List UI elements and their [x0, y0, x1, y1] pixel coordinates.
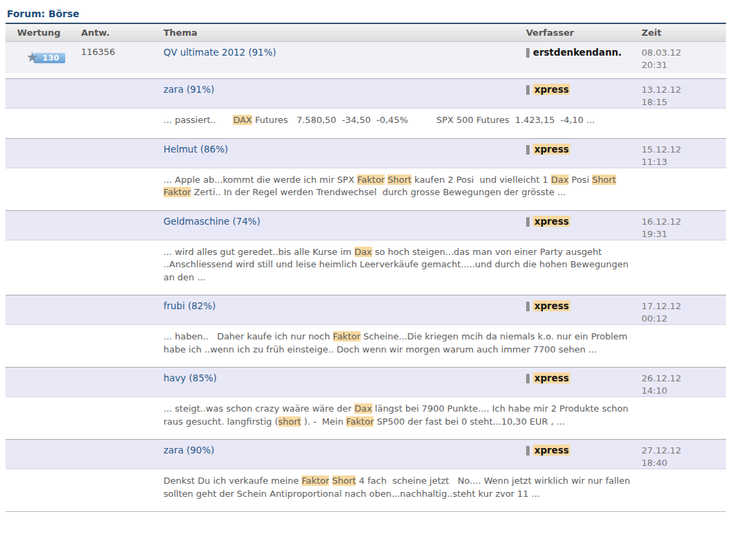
snippet-row: ... passiert.. DAX Futures 7.580,50 -34,…	[5, 109, 726, 138]
snippet-text: Futures 7.580,50 -34,50 -0,45% SPX 500 F…	[252, 115, 595, 125]
user-presence-icon	[526, 302, 530, 311]
topic-cell: Helmut (86%)	[158, 139, 521, 168]
post-date: 17.12.12	[642, 300, 726, 313]
highlighted-search-term: Short	[387, 175, 411, 185]
topic-link[interactable]: Geldmaschine (74%)	[163, 216, 260, 227]
timestamp-cell: 26.12.1214:10	[636, 368, 726, 396]
user-presence-icon	[526, 48, 530, 58]
author-link[interactable]: xpress	[533, 445, 570, 456]
topic-link[interactable]: zara (91%)	[163, 84, 214, 95]
post-result: Helmut (86%)xpress15.12.1211:13... Apple…	[5, 138, 726, 210]
page-title: Forum: Börse	[7, 8, 732, 19]
timestamp-cell: 13.12.1218:15	[636, 79, 726, 108]
topic-cell: Geldmaschine (74%)	[158, 211, 521, 240]
rating-cell	[5, 139, 76, 168]
post-date: 27.12.12	[642, 445, 726, 457]
thread-result: ★130116356QV ultimate 2012 (91%)erstdenk…	[5, 42, 726, 74]
author-cell: xpress	[521, 295, 636, 324]
table-row: zara (90%)xpress27.12.1218:40	[5, 439, 726, 469]
highlighted-search-term: Faktor	[346, 416, 374, 427]
snippet-text	[329, 475, 332, 486]
post-date: 15.12.12	[642, 144, 726, 156]
topic-cell: havy (85%)	[158, 368, 521, 396]
answers-count	[76, 440, 158, 469]
author-cell: xpress	[521, 139, 636, 168]
answers-count: 116356	[76, 42, 158, 74]
author-link[interactable]: erstdenkendann.	[533, 47, 622, 58]
highlighted-search-term: Dax	[354, 403, 372, 414]
table-row: ★130116356QV ultimate 2012 (91%)erstdenk…	[5, 42, 726, 74]
author-link[interactable]: xpress	[533, 144, 570, 155]
topic-link[interactable]: frubi (82%)	[163, 300, 216, 311]
highlighted-search-term: Short	[592, 175, 616, 185]
highlighted-search-term: Short	[332, 475, 356, 486]
post-snippet: ... wird alles gut geredet..bis alle Kur…	[163, 246, 639, 284]
highlighted-search-term: Dax	[354, 247, 372, 257]
rating-cell	[5, 440, 76, 469]
topic-cell: QV ultimate 2012 (91%)	[158, 42, 521, 74]
highlighted-search-term: short	[278, 416, 301, 427]
topic-link[interactable]: zara (90%)	[163, 445, 214, 456]
user-presence-icon	[526, 85, 530, 95]
highlighted-search-term: Faktor	[163, 187, 191, 197]
snippet-text: ). - Mein	[301, 416, 346, 427]
topic-link[interactable]: Helmut (86%)	[163, 144, 228, 155]
author-cell: erstdenkendann.	[521, 42, 636, 74]
snippet-text	[616, 175, 619, 185]
author-link[interactable]: xpress	[533, 84, 570, 95]
snippet-row: ... haben.. Daher kaufe ich nur noch Fak…	[5, 325, 726, 367]
post-snippet: ... passiert.. DAX Futures 7.580,50 -34,…	[163, 114, 639, 127]
answers-count	[76, 211, 158, 240]
post-result: zara (90%)xpress27.12.1218:40Denkst Du i…	[5, 439, 726, 512]
column-header-wertung: Wertung	[5, 27, 76, 38]
topic-link[interactable]: havy (85%)	[163, 372, 217, 383]
timestamp-cell: 16.12.1219:31	[636, 211, 726, 240]
column-header-thema: Thema	[158, 27, 521, 38]
post-snippet: Denkst Du ich verkaufe meine Faktor Shor…	[163, 475, 639, 500]
author-link[interactable]: xpress	[533, 300, 570, 311]
thread-rating[interactable]: ★130	[11, 47, 76, 74]
highlighted-search-term: Dax	[551, 175, 569, 185]
user-presence-icon	[526, 217, 530, 227]
topic-link[interactable]: QV ultimate 2012 (91%)	[163, 47, 276, 58]
post-time: 00:12	[642, 313, 726, 324]
column-header-verfasser: Verfasser	[521, 27, 636, 38]
topic-cell: frubi (82%)	[158, 295, 521, 324]
post-result: Geldmaschine (74%)xpress16.12.1219:31...…	[5, 210, 726, 295]
column-header-zeit: Zeit	[636, 27, 726, 38]
rating-cell	[5, 79, 76, 108]
snippet-text: ... steigt..was schon crazy waäre wäre d…	[163, 403, 354, 414]
post-time: 11:13	[642, 156, 726, 168]
results-table: Wertung Antw. Thema Verfasser Zeit ★1301…	[5, 23, 726, 512]
highlighted-search-term: Faktor	[357, 175, 385, 185]
table-row: havy (85%)xpress26.12.1214:10	[5, 367, 726, 397]
author-link[interactable]: xpress	[533, 216, 570, 227]
timestamp-cell: 27.12.1218:40	[636, 440, 726, 469]
post-time: 18:15	[642, 96, 726, 108]
rating-cell: ★130	[5, 42, 76, 74]
snippet-row: ... steigt..was schon crazy waäre wäre d…	[5, 397, 726, 439]
answers-count	[76, 79, 158, 108]
timestamp-cell: 17.12.1200:12	[636, 295, 726, 324]
post-date: 08.03.12	[642, 47, 726, 59]
post-date: 13.12.12	[642, 84, 726, 96]
snippet-text: Posi	[569, 175, 592, 185]
author-cell: xpress	[521, 368, 636, 396]
snippet-row: ... wird alles gut geredet..bis alle Kur…	[5, 240, 726, 295]
post-snippet: ... Apple ab...kommt die werde ich mir S…	[163, 174, 639, 199]
post-snippet: ... steigt..was schon crazy waäre wäre d…	[163, 403, 639, 428]
star-icon: ★	[26, 49, 38, 65]
column-header-antw: Antw.	[76, 27, 158, 38]
snippet-text: ... haben.. Daher kaufe ich nur noch	[163, 331, 333, 341]
user-presence-icon	[526, 446, 530, 456]
snippet-row: ... Apple ab...kommt die werde ich mir S…	[5, 168, 726, 210]
results-body: ★130116356QV ultimate 2012 (91%)erstdenk…	[5, 42, 726, 512]
answers-count	[76, 368, 158, 396]
author-cell: xpress	[521, 211, 636, 240]
table-header-row: Wertung Antw. Thema Verfasser Zeit	[5, 24, 726, 42]
forum-search-results-page: Forum: Börse Wertung Antw. Thema Verfass…	[0, 0, 737, 512]
post-time: 14:10	[642, 385, 726, 396]
answers-count	[76, 139, 158, 168]
post-snippet: ... haben.. Daher kaufe ich nur noch Fak…	[163, 331, 639, 356]
author-link[interactable]: xpress	[533, 372, 570, 383]
